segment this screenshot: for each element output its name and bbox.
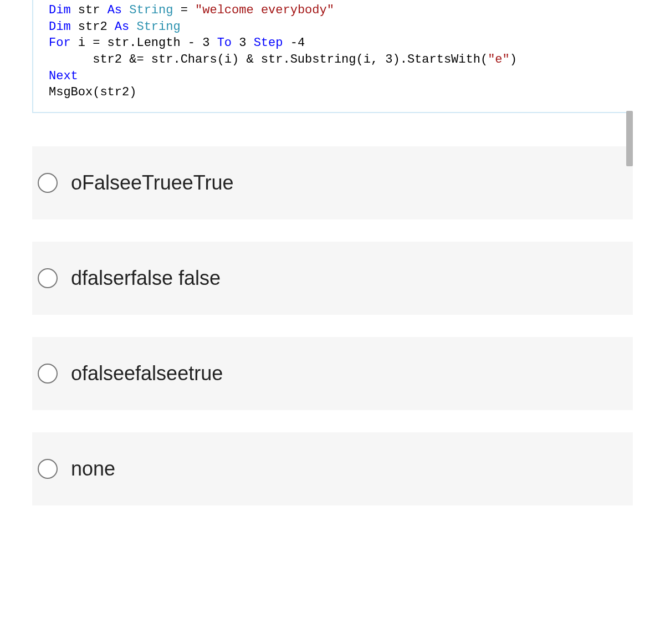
kw-next: Next xyxy=(49,69,78,83)
kw-to: To xyxy=(217,36,232,50)
options-list: oFalseeTrueeTrue dfalserfalse false ofal… xyxy=(0,146,665,505)
option-row[interactable]: dfalserfalse false xyxy=(32,242,633,315)
radio-icon[interactable] xyxy=(38,173,58,193)
option-label: oFalseeTrueeTrue xyxy=(71,171,233,195)
kw-dim: Dim xyxy=(49,3,71,17)
scrollbar-thumb[interactable] xyxy=(626,111,633,166)
kw-as: As xyxy=(108,3,122,17)
kw-step: Step xyxy=(254,36,283,50)
option-row[interactable]: ofalseefalseetrue xyxy=(32,337,633,410)
kw-as: As xyxy=(115,20,129,34)
radio-icon[interactable] xyxy=(38,268,58,288)
identifier-msgbox: MsgBox(str2) xyxy=(49,85,136,99)
option-row[interactable]: none xyxy=(32,432,633,505)
option-label: none xyxy=(71,457,115,481)
code-block: Dim str As String = "welcome everybody" … xyxy=(32,0,633,113)
option-row[interactable]: oFalseeTrueeTrue xyxy=(32,146,633,219)
string-literal: "welcome everybody" xyxy=(195,3,334,17)
kw-dim: Dim xyxy=(49,20,71,34)
type-string: String xyxy=(136,20,180,34)
string-literal: "e" xyxy=(488,53,510,67)
radio-icon[interactable] xyxy=(38,459,58,479)
type-string: String xyxy=(129,3,173,17)
kw-for: For xyxy=(49,36,71,50)
option-label: ofalseefalseetrue xyxy=(71,362,223,385)
radio-icon[interactable] xyxy=(38,364,58,384)
option-label: dfalserfalse false xyxy=(71,267,221,290)
